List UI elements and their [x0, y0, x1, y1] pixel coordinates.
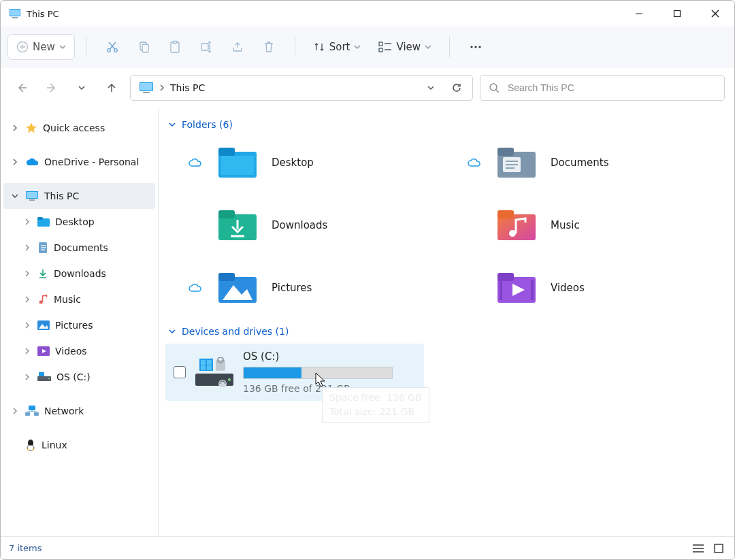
nav-downloads[interactable]: Downloads [3, 261, 155, 286]
chevron-right-icon[interactable] [10, 123, 20, 133]
navigation-pane: Quick access OneDrive - Personal This PC… [1, 108, 159, 536]
nav-quick-access[interactable]: Quick access [3, 115, 155, 141]
back-button[interactable] [10, 76, 33, 99]
address-bar[interactable]: This PC [130, 75, 473, 101]
recent-dropdown-button[interactable] [70, 76, 93, 99]
arrow-left-icon [16, 82, 28, 94]
titlebar: This PC [1, 1, 734, 27]
svg-rect-52 [29, 406, 35, 410]
nav-linux[interactable]: Linux [3, 432, 155, 458]
svg-line-33 [496, 90, 499, 93]
svg-rect-84 [201, 365, 206, 370]
details-view-button[interactable] [691, 542, 706, 555]
nav-documents[interactable]: Documents [3, 235, 155, 261]
new-button[interactable]: New [7, 34, 75, 60]
svg-rect-69 [218, 210, 235, 218]
separator [449, 37, 450, 57]
scissors-icon [105, 40, 119, 54]
ellipsis-icon [469, 40, 483, 54]
chevron-right-icon[interactable] [22, 372, 32, 382]
chevron-right-icon[interactable] [22, 346, 32, 356]
paste-button[interactable] [160, 33, 190, 61]
pictures-icon [37, 320, 50, 330]
linux-icon [25, 439, 36, 451]
folder-item-desktop[interactable]: Desktop [186, 144, 444, 182]
chevron-right-icon[interactable] [10, 157, 20, 167]
this-pc-icon [139, 82, 154, 94]
svg-line-13 [109, 42, 115, 49]
svg-point-32 [490, 84, 497, 90]
copy-icon [137, 40, 150, 54]
nav-onedrive[interactable]: OneDrive - Personal [3, 149, 155, 175]
up-button[interactable] [100, 76, 123, 99]
nav-os-c-drive[interactable]: OS (C:) [3, 364, 155, 390]
delete-button[interactable] [254, 33, 284, 61]
svg-rect-36 [27, 192, 37, 198]
chevron-right-icon[interactable] [22, 217, 32, 227]
chevron-right-icon[interactable] [22, 269, 32, 278]
sort-button[interactable]: Sort [306, 33, 368, 61]
this-pc-icon [25, 191, 39, 201]
nav-desktop[interactable]: Desktop [3, 209, 155, 235]
svg-rect-71 [497, 210, 514, 218]
nav-this-pc[interactable]: This PC [3, 183, 155, 209]
view-button[interactable]: View [372, 33, 438, 61]
folder-item-pictures[interactable]: Pictures [186, 269, 444, 307]
svg-point-28 [478, 46, 480, 48]
folders-grid: Desktop Documents Downloads [165, 137, 728, 323]
drive-checkbox[interactable] [174, 366, 186, 378]
rename-button[interactable] [191, 33, 221, 61]
folder-music-icon [497, 206, 536, 244]
svg-marker-34 [26, 122, 37, 133]
search-input[interactable] [506, 82, 716, 94]
close-button[interactable] [696, 1, 734, 27]
plus-circle-icon [16, 41, 29, 53]
toolbar: New [1, 27, 734, 67]
folder-item-videos[interactable]: Videos [465, 269, 723, 307]
chevron-right-icon[interactable] [22, 320, 32, 330]
drive-title: OS (C:) [243, 350, 416, 363]
svg-rect-50 [39, 372, 44, 376]
breadcrumb-this-pc[interactable]: This PC [170, 82, 205, 93]
this-pc-icon [9, 8, 21, 19]
folder-item-documents[interactable]: Documents [465, 144, 723, 182]
search-box[interactable] [480, 75, 725, 101]
chevron-down-icon [168, 327, 176, 335]
tiles-view-button[interactable] [711, 542, 726, 555]
folder-item-downloads[interactable]: Downloads [186, 206, 444, 244]
folder-downloads-icon [218, 206, 257, 244]
copy-button[interactable] [129, 33, 159, 61]
minimize-button[interactable] [620, 1, 658, 27]
svg-rect-74 [218, 273, 235, 281]
address-dropdown-button[interactable] [421, 78, 441, 98]
chevron-down-icon[interactable] [10, 191, 20, 201]
cut-button[interactable] [97, 33, 127, 61]
chevron-right-icon[interactable] [10, 406, 20, 416]
forward-button[interactable] [40, 76, 63, 99]
nav-music[interactable]: Music [3, 286, 155, 312]
breadcrumb-chevron-icon[interactable] [159, 84, 165, 92]
drive-tooltip: Space free: 136 GB Total size: 221 GB [322, 387, 429, 423]
folder-item-music[interactable]: Music [465, 206, 723, 244]
folders-section-header[interactable]: Folders (6) [165, 116, 728, 133]
maximize-button[interactable] [658, 1, 696, 27]
chevron-right-icon[interactable] [22, 295, 32, 304]
nav-pictures[interactable]: Pictures [3, 312, 155, 338]
chevron-down-icon [354, 44, 361, 50]
drives-section-header[interactable]: Devices and drives (1) [165, 323, 728, 340]
refresh-button[interactable] [446, 78, 467, 98]
svg-point-51 [48, 378, 50, 380]
star-icon [25, 122, 37, 134]
content-pane: Folders (6) Desktop Documents [159, 108, 734, 536]
svg-rect-23 [379, 48, 382, 52]
document-icon [37, 242, 48, 254]
share-icon [231, 40, 244, 54]
cloud-sync-icon [186, 283, 203, 293]
share-button[interactable] [223, 33, 252, 61]
svg-rect-31 [143, 92, 150, 93]
svg-point-10 [107, 48, 110, 52]
nav-network[interactable]: Network [3, 398, 155, 424]
nav-videos[interactable]: Videos [3, 338, 155, 364]
more-button[interactable] [461, 33, 491, 61]
chevron-right-icon[interactable] [22, 243, 32, 252]
